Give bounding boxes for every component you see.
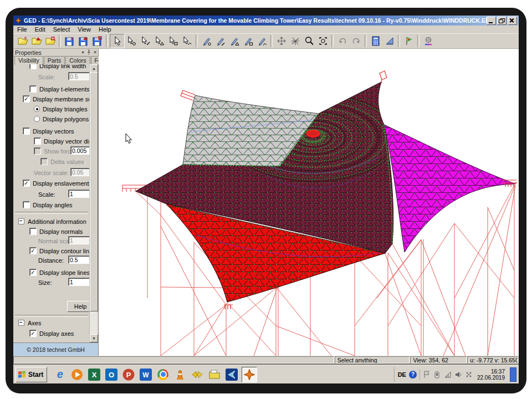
checkbox-box[interactable]: ✓ — [23, 180, 30, 187]
checkbox-box[interactable]: ✓ — [23, 201, 30, 208]
checkbox-display-enslavements[interactable]: ✓Display enslavements — [23, 180, 90, 187]
size-field[interactable] — [68, 278, 90, 286]
checkbox-box[interactable]: ✓ — [29, 85, 37, 93]
switcher-icon[interactable] — [190, 367, 204, 382]
vlc-icon[interactable] — [173, 367, 187, 382]
checkbox-box[interactable]: ✓ — [40, 158, 48, 165]
volume-tray-icon[interactable] — [454, 370, 462, 379]
excel-icon[interactable]: X — [87, 367, 101, 382]
open-project-icon[interactable]: # — [16, 34, 29, 48]
zoom-icon[interactable] — [302, 34, 316, 48]
clock[interactable]: 16:37 22.06.2019 — [477, 369, 505, 381]
menu-help[interactable]: Help — [95, 26, 115, 33]
open-points-icon[interactable] — [43, 34, 57, 48]
measure-icon[interactable] — [382, 34, 396, 48]
checkbox-box[interactable]: ✓ — [29, 64, 37, 69]
viewport-3d[interactable] — [99, 49, 519, 356]
media-player-icon[interactable] — [70, 367, 84, 382]
start-button[interactable]: Start — [16, 367, 47, 382]
zoom-window-icon[interactable] — [316, 34, 330, 48]
scroll-up-icon[interactable]: ▲ — [90, 64, 98, 73]
tab-parts[interactable]: Parts — [44, 56, 65, 64]
radio-dot[interactable] — [34, 116, 40, 122]
draw-triangles-icon[interactable] — [227, 34, 241, 48]
checkbox-display-slope-lines[interactable]: ✓Display slope lines — [29, 269, 90, 276]
select-lines-icon[interactable] — [139, 34, 152, 48]
checkbox-box[interactable]: ✓ — [23, 127, 30, 135]
menu-view[interactable]: View — [74, 26, 95, 33]
draw-rectangles-icon[interactable] — [241, 34, 255, 48]
checkbox-box[interactable]: ✓ — [34, 147, 41, 155]
tab-visibility[interactable]: Visibility — [14, 56, 43, 65]
panel-close-icon[interactable]: ✕ — [92, 50, 98, 55]
network-tray-icon[interactable] — [444, 370, 452, 379]
close-button[interactable] — [508, 17, 517, 25]
scale-field[interactable] — [68, 72, 90, 80]
draw-lines-icon[interactable] — [213, 34, 227, 48]
collapse-icon[interactable] — [18, 320, 24, 326]
explode-icon[interactable] — [288, 34, 302, 48]
minimize-button[interactable] — [487, 17, 496, 25]
checkbox-display-t-elements[interactable]: ✓Display t-elements — [29, 85, 89, 93]
draw-points-icon[interactable] — [200, 34, 213, 48]
checkbox-display-contour-lines[interactable]: ✓Display contour lines — [29, 247, 90, 254]
checkbox-display-vector-direction[interactable]: ✓Display vector direction — [34, 137, 90, 145]
section-axes[interactable]: Axes — [18, 319, 41, 326]
panel-menu-icon[interactable]: ▾ — [80, 50, 86, 55]
draw-polylines-icon[interactable] — [255, 34, 269, 48]
checkbox-display-angles[interactable]: ✓Display angles — [23, 201, 73, 208]
select-rectangles-icon[interactable] — [166, 34, 180, 48]
panel-scrollbar[interactable]: ▲ ▼ — [89, 64, 98, 342]
save-project-icon[interactable]: # — [63, 34, 76, 48]
radio-dot[interactable] — [34, 106, 40, 112]
scroll-down-icon[interactable]: ▼ — [90, 334, 98, 342]
select-arrow-icon[interactable] — [110, 34, 125, 48]
move-icon[interactable] — [274, 34, 288, 48]
distance-field[interactable] — [68, 255, 90, 264]
show-desktop-button[interactable] — [510, 367, 516, 382]
checkbox-box[interactable]: ✓ — [29, 247, 37, 254]
panel-header[interactable]: Properties ▾ ╀ ✕ — [13, 49, 98, 57]
save-lines-icon[interactable] — [76, 34, 90, 48]
checkbox-display-link-width[interactable]: ✓Display link width — [29, 64, 86, 69]
pin-icon[interactable]: ╀ — [86, 50, 92, 55]
save-points-icon[interactable] — [90, 34, 104, 48]
normal-scale-field[interactable] — [68, 236, 90, 244]
vector-scale-field[interactable] — [70, 168, 90, 176]
file-manager-icon[interactable] — [207, 367, 222, 382]
select-points-icon[interactable] — [125, 34, 139, 48]
select-polylines-icon[interactable] — [180, 34, 194, 48]
undo-icon[interactable] — [335, 34, 349, 48]
powerpoint-icon[interactable]: P — [121, 367, 136, 382]
checkbox-display-axes[interactable]: ✓Display axes — [29, 330, 74, 337]
checkbox-display-membrane-surface[interactable]: ✓Display membrane surface: — [23, 95, 90, 103]
tab-colors[interactable]: Colors — [65, 56, 90, 64]
select-triangles-icon[interactable] — [152, 34, 166, 48]
checkbox-box[interactable]: ✓ — [29, 269, 37, 276]
viewer-icon[interactable] — [224, 367, 239, 382]
membrane-magenta-sail[interactable] — [384, 125, 515, 252]
checkbox-display-normals[interactable]: ✓Display normals — [29, 228, 83, 235]
menu-edit[interactable]: Edit — [31, 26, 49, 33]
menu-select[interactable]: Select — [49, 26, 74, 33]
word-icon[interactable]: W — [139, 367, 153, 382]
checkbox-box[interactable]: ✓ — [34, 137, 41, 145]
calculator-icon[interactable] — [369, 34, 382, 48]
help-button[interactable]: Help — [67, 301, 90, 312]
chrome-icon[interactable] — [156, 367, 170, 382]
menu-file[interactable]: File — [13, 26, 31, 33]
color-settings-icon[interactable] — [421, 34, 435, 48]
redo-icon[interactable] — [349, 34, 363, 48]
checkbox-box[interactable]: ✓ — [29, 330, 37, 337]
restore-button[interactable] — [497, 17, 507, 25]
open-lines-icon[interactable] — [29, 34, 43, 48]
outlook-icon[interactable]: O — [104, 367, 119, 382]
render-flag-icon[interactable] — [402, 34, 416, 48]
radio-display-triangles[interactable]: Display triangles — [34, 105, 88, 112]
radio-display-polygons[interactable]: Display polygons — [34, 115, 89, 122]
enslavement-scale-field[interactable] — [68, 190, 90, 198]
help-tray-icon[interactable]: ? — [409, 371, 417, 378]
window-titlebar[interactable]: GED - E:\Synch\Archiv\Scia Usercontest 2… — [13, 16, 519, 25]
section-additional-information[interactable]: Additional information — [18, 218, 86, 225]
dots-tray-icon[interactable] — [465, 370, 473, 379]
